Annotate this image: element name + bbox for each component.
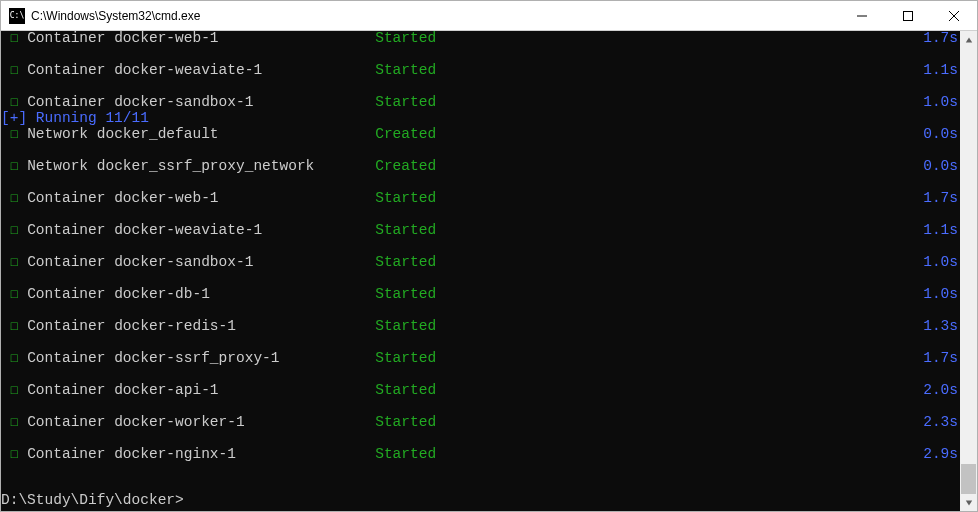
client-area: ☐ Container docker-web-1 Started1.7s ☐ C… xyxy=(1,31,977,511)
output-line: ☐ Container docker-weaviate-1 Started1.1… xyxy=(1,223,960,239)
resource-name: Container docker-worker-1 xyxy=(27,414,375,430)
resource-name: Container docker-redis-1 xyxy=(27,318,375,334)
close-button[interactable] xyxy=(931,1,977,31)
resource-name: Network docker_default xyxy=(27,126,375,142)
status-text: Started xyxy=(375,190,436,206)
vertical-scrollbar[interactable] xyxy=(960,31,977,511)
elapsed-time: 1.1s xyxy=(923,63,958,78)
elapsed-time: 2.3s xyxy=(923,415,958,430)
app-icon: C:\ xyxy=(9,8,25,24)
status-text: Created xyxy=(375,126,436,142)
output-line: ☐ Container docker-api-1 Started2.0s xyxy=(1,383,960,399)
resource-name: Container docker-sandbox-1 xyxy=(27,254,375,270)
resource-name: Container docker-api-1 xyxy=(27,382,375,398)
status-text: Started xyxy=(375,414,436,430)
check-icon: ☐ xyxy=(1,126,27,142)
resource-name: Container docker-web-1 xyxy=(27,31,375,46)
elapsed-time: 1.1s xyxy=(923,223,958,238)
titlebar[interactable]: C:\ C:\Windows\System32\cmd.exe xyxy=(1,1,977,31)
output-line: ☐ Container docker-redis-1 Started1.3s xyxy=(1,319,960,335)
output-line: ☐ Network docker_default Created0.0s xyxy=(1,127,960,143)
elapsed-time: 0.0s xyxy=(923,159,958,174)
resource-name: Container docker-weaviate-1 xyxy=(27,62,375,78)
elapsed-time: 1.0s xyxy=(923,255,958,270)
status-text: Started xyxy=(375,31,436,46)
output-line: ☐ Container docker-ssrf_proxy-1 Started1… xyxy=(1,351,960,367)
elapsed-time: 1.7s xyxy=(923,191,958,206)
check-icon: ☐ xyxy=(1,318,27,334)
check-icon: ☐ xyxy=(1,446,27,462)
output-line: ☐ Container docker-web-1 Started1.7s xyxy=(1,191,960,207)
check-icon: ☐ xyxy=(1,158,27,174)
status-text: Started xyxy=(375,350,436,366)
elapsed-time: 1.7s xyxy=(923,31,958,46)
check-icon: ☐ xyxy=(1,190,27,206)
resource-name: Container docker-nginx-1 xyxy=(27,446,375,462)
output-line: ☐ Container docker-sandbox-1 Started1.0s xyxy=(1,255,960,271)
check-icon: ☐ xyxy=(1,254,27,270)
resource-name: Container docker-weaviate-1 xyxy=(27,222,375,238)
prompt[interactable]: D:\Study\Dify\docker> xyxy=(1,493,184,508)
output-line: ☐ Container docker-worker-1 Started2.3s xyxy=(1,415,960,431)
scroll-track[interactable] xyxy=(960,48,977,494)
svg-rect-1 xyxy=(904,11,913,20)
check-icon: ☐ xyxy=(1,94,27,110)
resource-name: Container docker-ssrf_proxy-1 xyxy=(27,350,375,366)
minimize-button[interactable] xyxy=(839,1,885,31)
resource-name: Container docker-web-1 xyxy=(27,190,375,206)
status-text: Started xyxy=(375,94,436,110)
resource-name: Network docker_ssrf_proxy_network xyxy=(27,158,375,174)
cmd-window: C:\ C:\Windows\System32\cmd.exe ☐ Contai… xyxy=(0,0,978,512)
output-line: ☐ Container docker-sandbox-1 Started1.0s xyxy=(1,95,960,111)
scroll-up-button[interactable] xyxy=(960,31,977,48)
svg-marker-5 xyxy=(965,500,971,505)
status-text: Created xyxy=(375,158,436,174)
status-text: Started xyxy=(375,318,436,334)
status-text: Started xyxy=(375,222,436,238)
output-line: ☐ Container docker-weaviate-1 Started1.1… xyxy=(1,63,960,79)
check-icon: ☐ xyxy=(1,62,27,78)
output-line: ☐ Container docker-web-1 Started1.7s xyxy=(1,31,960,47)
progress-line: [+] Running 11/11 xyxy=(1,111,960,127)
status-text: Started xyxy=(375,446,436,462)
maximize-button[interactable] xyxy=(885,1,931,31)
check-icon: ☐ xyxy=(1,286,27,302)
check-icon: ☐ xyxy=(1,222,27,238)
scroll-thumb[interactable] xyxy=(961,464,976,494)
status-text: Started xyxy=(375,286,436,302)
app-icon-glyph: C:\ xyxy=(10,12,24,20)
status-text: Started xyxy=(375,62,436,78)
output-line: ☐ Container docker-nginx-1 Started2.9s xyxy=(1,447,960,463)
elapsed-time: 2.0s xyxy=(923,383,958,398)
check-icon: ☐ xyxy=(1,350,27,366)
elapsed-time: 0.0s xyxy=(923,127,958,142)
check-icon: ☐ xyxy=(1,414,27,430)
output-line: ☐ Network docker_ssrf_proxy_network Crea… xyxy=(1,159,960,175)
check-icon: ☐ xyxy=(1,382,27,398)
resource-name: Container docker-sandbox-1 xyxy=(27,94,375,110)
scroll-down-button[interactable] xyxy=(960,494,977,511)
resource-name: Container docker-db-1 xyxy=(27,286,375,302)
window-title: C:\Windows\System32\cmd.exe xyxy=(31,9,200,23)
elapsed-time: 2.9s xyxy=(923,447,958,462)
elapsed-time: 1.0s xyxy=(923,95,958,110)
check-icon: ☐ xyxy=(1,31,27,46)
output-line: ☐ Container docker-db-1 Started1.0s xyxy=(1,287,960,303)
svg-marker-4 xyxy=(965,37,971,42)
terminal[interactable]: ☐ Container docker-web-1 Started1.7s ☐ C… xyxy=(1,31,960,511)
status-text: Started xyxy=(375,254,436,270)
status-text: Started xyxy=(375,382,436,398)
elapsed-time: 1.7s xyxy=(923,351,958,366)
elapsed-time: 1.3s xyxy=(923,319,958,334)
elapsed-time: 1.0s xyxy=(923,287,958,302)
